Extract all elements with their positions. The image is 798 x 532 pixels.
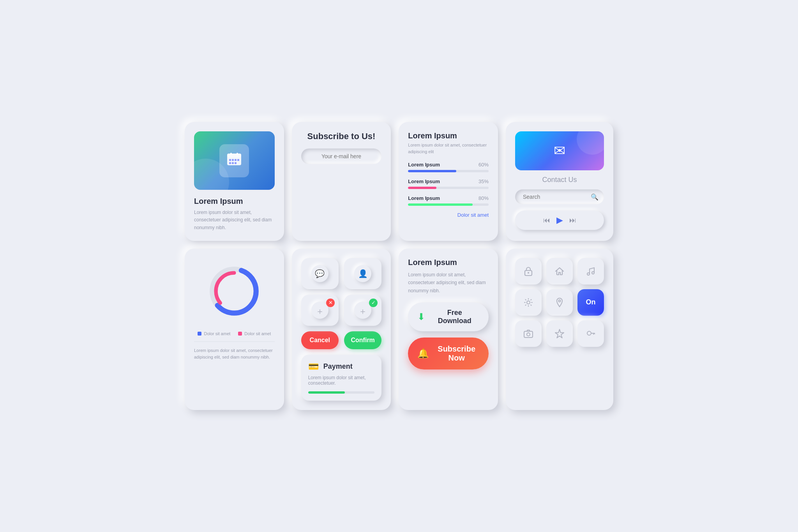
svg-point-13 [216, 273, 252, 309]
svg-rect-1 [227, 154, 241, 157]
add-button-confirm[interactable]: ✓ ＋ [344, 295, 381, 326]
home-icon-button[interactable] [546, 258, 573, 285]
svg-point-21 [527, 333, 530, 336]
progress-bg-1 [408, 170, 489, 172]
progress-row-1: Lorem Ipsum 60% [408, 162, 489, 172]
card-calendar: Lorem Ipsum Lorem ipsum dolor sit amet, … [185, 122, 284, 241]
contact-banner: ✉ [515, 131, 604, 170]
progress-fill-1 [408, 170, 456, 172]
progress-pct-1: 60% [478, 162, 489, 168]
toggle-on-label: On [586, 298, 596, 306]
chart-legend: Dolor sit amet Dolor sit amet [194, 331, 275, 336]
bell-icon: 🔔 [417, 348, 429, 359]
legend-item-pink: Dolor sit amet [238, 331, 271, 336]
player-controls: ⏮ ▶ ⏭ [515, 210, 604, 230]
toggle-on-button[interactable]: On [577, 289, 604, 316]
legend-label-pink: Dolor sit amet [244, 331, 271, 336]
location-icon-button[interactable] [546, 289, 573, 316]
calendar-icon [226, 154, 243, 171]
svg-rect-4 [229, 159, 231, 161]
card1-title: Lorem Ipsum [194, 197, 275, 206]
payment-header: 💳 Payment [308, 362, 375, 372]
star-icon-button[interactable] [546, 320, 573, 347]
settings-icon-button[interactable] [515, 289, 542, 316]
add-button-cancel[interactable]: ✕ ＋ [301, 295, 339, 326]
svg-point-22 [587, 331, 591, 335]
progress-label-3: Lorem Ipsum [408, 195, 440, 201]
progress-bg-3 [408, 203, 489, 206]
svg-point-19 [559, 300, 561, 302]
svg-rect-20 [524, 331, 533, 338]
cancel-button[interactable]: Cancel [301, 331, 339, 349]
mail-icon: ✉ [554, 143, 565, 159]
action-row-buttons: Cancel Confirm [301, 331, 382, 349]
svg-rect-6 [235, 159, 237, 161]
svg-rect-5 [232, 159, 234, 161]
card-donut: Dolor sit amet Dolor sit amet Lorem ipsu… [185, 249, 284, 410]
lock-icon-button[interactable] [515, 258, 542, 285]
svg-point-16 [587, 273, 590, 275]
card1-body: Lorem ipsum dolor sit amet, consectetuer… [194, 209, 275, 232]
progress-pct-3: 80% [478, 195, 489, 201]
payment-progress [308, 391, 375, 394]
card-contact: ✉ Contact Us 🔍 ⏮ ▶ ⏭ [506, 122, 613, 241]
svg-rect-9 [232, 162, 234, 164]
svg-point-17 [592, 272, 594, 274]
free-download-label: Free Download [430, 309, 479, 325]
svg-rect-8 [229, 162, 231, 164]
svg-point-15 [528, 272, 529, 274]
rewind-button[interactable]: ⏮ [543, 216, 550, 224]
music-icon-button[interactable] [577, 258, 604, 285]
dolor-link[interactable]: Dolor sit amet [408, 212, 489, 218]
progress-subtitle: Lorem ipsum dolor sit amet, consectetuer… [408, 142, 489, 155]
calendar-icon-wrap [219, 144, 249, 177]
subscribe-now-label: Subscribe Now [434, 345, 479, 362]
subscribe-title: Subscribe to Us! [301, 131, 382, 141]
contact-title: Contact Us [515, 176, 604, 184]
progress-pct-2: 35% [478, 179, 489, 184]
svg-point-18 [527, 301, 530, 304]
payment-title: Payment [323, 362, 353, 371]
badge-red: ✕ [326, 299, 335, 307]
svg-rect-7 [237, 159, 239, 161]
card7-title: Lorem Ipsum [408, 258, 489, 267]
card-progress: Lorem Ipsum Lorem ipsum dolor sit amet, … [399, 122, 498, 241]
user-button[interactable]: 👤 [344, 258, 381, 289]
card-icons: On [506, 249, 613, 410]
divider [194, 341, 275, 342]
chat-button[interactable]: 💬 [301, 258, 339, 289]
progress-title: Lorem Ipsum [408, 131, 489, 140]
payment-icon: 💳 [308, 362, 319, 372]
camera-icon-button[interactable] [515, 320, 542, 347]
chat-icon: 💬 [315, 269, 325, 278]
badge-green: ✓ [369, 299, 378, 307]
svg-rect-2 [230, 153, 232, 155]
card-desc: Lorem Ipsum Lorem ipsum dolor sit amet, … [399, 249, 498, 410]
progress-row-2: Lorem Ipsum 35% [408, 179, 489, 189]
user-icon: 👤 [358, 269, 368, 278]
confirm-button[interactable]: Confirm [344, 331, 381, 349]
download-arrow-icon: ⬇ [417, 311, 425, 322]
key-icon-button[interactable] [577, 320, 604, 347]
fast-forward-button[interactable]: ⏭ [569, 216, 576, 224]
progress-row-3: Lorem Ipsum 80% [408, 195, 489, 206]
main-grid: Lorem Ipsum Lorem ipsum dolor sit amet, … [185, 122, 613, 410]
card5-body: Lorem ipsum dolor sit amet, consectetuer… [194, 347, 275, 361]
payment-body: Lorem ipsum dolor sit amet, consectetuer… [308, 375, 375, 386]
progress-bg-2 [408, 187, 489, 189]
search-wrap: 🔍 [515, 189, 604, 204]
progress-label-1: Lorem Ipsum [408, 162, 440, 168]
subscribe-now-button[interactable]: 🔔 Subscribe Now [408, 338, 489, 369]
email-input[interactable] [301, 148, 382, 164]
play-button[interactable]: ▶ [556, 215, 563, 225]
chat-icon-circle: 💬 [311, 265, 328, 282]
search-icon: 🔍 [591, 193, 598, 201]
free-download-button[interactable]: ⬇ Free Download [408, 302, 489, 331]
action-row-middle: ✕ ＋ ✓ ＋ [301, 295, 382, 326]
user-icon-circle: 👤 [354, 265, 371, 282]
calendar-banner [194, 131, 275, 190]
payment-card: 💳 Payment Lorem ipsum dolor sit amet, co… [301, 355, 382, 401]
legend-dot-blue [198, 332, 201, 336]
progress-fill-2 [408, 187, 436, 189]
card-actions: 💬 👤 ✕ ＋ ✓ ＋ [292, 249, 391, 410]
